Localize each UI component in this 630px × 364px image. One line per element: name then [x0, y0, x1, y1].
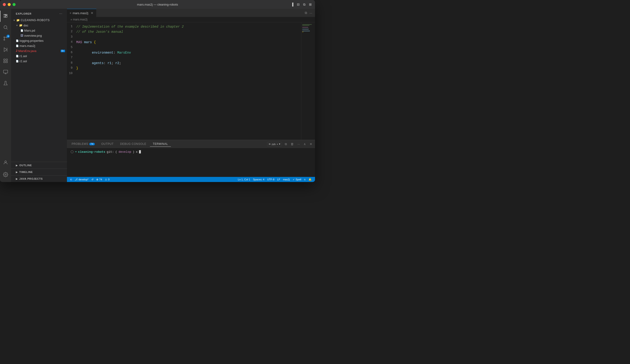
split-terminal-button[interactable]: ⧉ [284, 142, 288, 147]
root-folder-name: CLEANING-ROBOTS [21, 18, 65, 22]
terminal-content[interactable]: ➜ cleaning-robots git: ( develop ) x [67, 148, 315, 177]
close-button[interactable] [3, 3, 6, 6]
sidebar-more-button[interactable]: ··· [59, 11, 62, 16]
activity-search[interactable] [0, 22, 11, 33]
code-line-1: 1 // Implementation of the example descr… [67, 24, 301, 29]
split-editor-icon[interactable]: ⧉ [302, 2, 306, 6]
tab-problems[interactable]: PROBLEMS74 [69, 141, 98, 147]
tree-item-r1-asl[interactable]: 📄 r1.asl [11, 53, 67, 58]
spaces-indicator[interactable]: Spaces: 4 [252, 178, 266, 181]
sidebar-toggle-icon[interactable]: ▐ [290, 2, 294, 6]
sidebar-title: EXPLORER [16, 12, 32, 15]
position-text: Ln 1, Col 1 [238, 178, 250, 181]
minimap-line [302, 25, 310, 26]
line-number-2: 2 [67, 29, 76, 34]
code-line-8: 8 agents: r1; r2; [67, 61, 301, 66]
tree-item-doc[interactable]: ▼ 📁 doc [11, 23, 67, 28]
tree-item-marsenv-java[interactable]: J MarsEnv.java 9+ [11, 48, 67, 53]
line-content-9: } [76, 66, 301, 71]
svg-rect-9 [6, 61, 8, 63]
activity-source-control[interactable]: 4 [0, 33, 11, 44]
tab-close-button[interactable]: ✕ [91, 11, 94, 15]
notifications-indicator[interactable]: 🔔 [307, 178, 313, 181]
more-actions-button[interactable]: ··· [310, 11, 312, 15]
line-number-10: 10 [67, 71, 76, 76]
activity-settings[interactable] [0, 169, 11, 180]
activity-remote[interactable] [0, 66, 11, 78]
line-content-2: // of the Jason's manual [76, 29, 301, 34]
minimize-button[interactable] [8, 3, 11, 6]
line-number-1: 1 [67, 24, 76, 29]
filename-marsenv-java: MarsEnv.java [18, 49, 60, 53]
dropdown-icon: ▾ [279, 143, 280, 146]
file-icon: 📄 [16, 60, 18, 62]
maximize-panel-button[interactable]: ∧ [303, 142, 307, 146]
feedback-indicator[interactable]: ⎋ [303, 178, 307, 181]
outline-section: ▶ OUTLINE [11, 162, 67, 169]
activity-account[interactable] [0, 157, 11, 168]
branch-indicator[interactable]: ⎇ develop* [73, 178, 90, 181]
svg-point-1 [4, 37, 5, 38]
more-panel-actions-button[interactable]: ··· [296, 142, 301, 146]
error-icon: ⊗ [96, 178, 98, 181]
customize-layout-icon[interactable]: ⊞ [308, 2, 312, 6]
tree-item-mars-mas2j[interactable]: 📄 mars.mas2j [11, 43, 67, 48]
encoding-indicator[interactable]: UTF-8 [266, 178, 276, 181]
line-number-6: 6 [67, 50, 76, 55]
tab-terminal[interactable]: TERMINAL [150, 141, 171, 147]
maximize-button[interactable] [12, 3, 16, 6]
outline-header[interactable]: ▶ OUTLINE [11, 162, 67, 169]
breadcrumb-text[interactable]: mars.mas2j [73, 18, 88, 21]
editor-panel-split: 1 // Implementation of the example descr… [67, 22, 315, 177]
terminal-git-label: git: [107, 150, 114, 154]
tree-root-folder[interactable]: ▼ 📁 CLEANING-ROBOTS [11, 18, 67, 23]
tree-item-overview-png[interactable]: 🖼 overview.png [11, 33, 67, 38]
tree-item-r2-asl[interactable]: 📄 r2.asl [11, 58, 67, 64]
code-line-9: 9 } [67, 66, 301, 71]
code-editor[interactable]: 1 // Implementation of the example descr… [67, 22, 301, 140]
tree-item-mars-pd[interactable]: 📄 Mars.pd [11, 28, 67, 33]
sync-indicator[interactable]: ↺ [90, 178, 95, 181]
source-control-badge: 4 [6, 35, 10, 38]
errors-indicator[interactable]: ⊗ 74 [95, 178, 104, 181]
minimap-line [302, 31, 310, 31]
kill-terminal-button[interactable]: 🗑 [290, 142, 294, 146]
tab-mars-mas2j[interactable]: ≡ mars.mas2j ✕ [67, 9, 96, 17]
new-terminal-button[interactable]: ⊳ zsh + ▾ [267, 142, 282, 146]
split-editor-button[interactable]: ⧉ [305, 11, 307, 15]
activity-run[interactable] [0, 44, 11, 55]
remote-indicator[interactable]: ⎋ [69, 178, 73, 181]
terminal-branch: develop [118, 150, 131, 154]
tab-output[interactable]: OUTPUT [98, 141, 116, 147]
activity-test[interactable] [0, 78, 11, 89]
line-number-4: 4 [67, 40, 76, 45]
line-ending-indicator[interactable]: LF [276, 178, 282, 181]
line-content-7 [76, 55, 301, 60]
filename-overview-png: overview.png [24, 34, 65, 37]
add-icon: + [277, 143, 278, 146]
activity-explorer[interactable] [0, 11, 11, 22]
code-line-3: 3 [67, 35, 301, 40]
language-text: mas2j [283, 178, 290, 181]
timeline-header[interactable]: ▶ TIMELINE [11, 169, 67, 175]
sync-icon: ↺ [91, 178, 94, 181]
language-indicator[interactable]: mas2j [282, 178, 291, 181]
java-projects-header[interactable]: ▶ JAVA PROJECTS [11, 176, 67, 182]
svg-rect-7 [6, 59, 8, 60]
editor-layout-icon[interactable]: ⊟ [296, 2, 300, 6]
prompt-circle [71, 151, 74, 153]
activity-extensions[interactable] [0, 55, 11, 66]
close-panel-button[interactable]: ✕ [309, 142, 313, 146]
branch-name: develop* [78, 178, 88, 181]
spell-indicator[interactable]: ✓ Spell [291, 178, 303, 181]
line-number-7: 7 [67, 55, 76, 60]
warnings-indicator[interactable]: ⚠ 0 [104, 178, 111, 181]
tree-item-logging[interactable]: 📄 logging.properties [11, 38, 67, 43]
error-count: 74 [99, 178, 102, 181]
file-icon: 📄 [16, 39, 18, 42]
titlebar-actions: ▐ ⊟ ⧉ ⊞ [290, 2, 312, 6]
tab-debug-console[interactable]: DEBUG CONSOLE [118, 141, 149, 147]
position-indicator[interactable]: Ln 1, Col 1 [236, 178, 252, 181]
minimap [301, 22, 315, 140]
terminal-symbol: x [136, 150, 138, 154]
